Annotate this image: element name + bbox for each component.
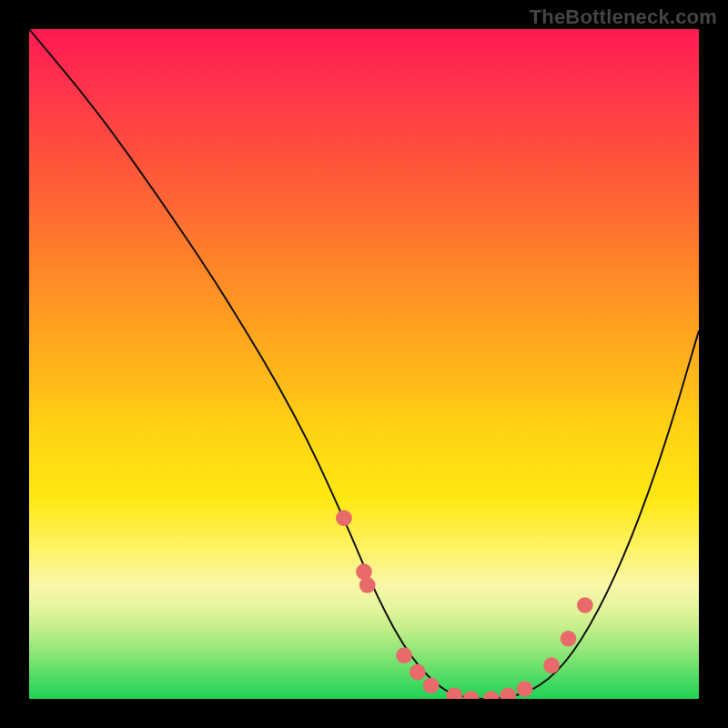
gpu-sample-points-group: [336, 510, 593, 699]
gpu-sample-point: [483, 691, 500, 699]
gpu-sample-point: [410, 664, 426, 681]
gpu-sample-point: [517, 681, 533, 697]
gpu-sample-point: [577, 597, 593, 613]
gpu-sample-point: [561, 631, 577, 647]
gpu-sample-point: [500, 687, 516, 699]
gpu-sample-point: [447, 687, 463, 699]
plot-area: [29, 29, 699, 699]
gpu-sample-point: [543, 657, 560, 673]
gpu-sample-point: [396, 647, 412, 663]
gpu-sample-points: [29, 29, 699, 699]
gpu-sample-point: [463, 691, 480, 699]
gpu-sample-point: [356, 563, 372, 580]
gpu-sample-point: [336, 510, 352, 526]
chart-frame: TheBottleneck.com: [0, 0, 728, 728]
gpu-sample-point: [359, 577, 376, 593]
attribution-watermark: TheBottleneck.com: [530, 5, 717, 29]
gpu-sample-point: [423, 677, 440, 693]
